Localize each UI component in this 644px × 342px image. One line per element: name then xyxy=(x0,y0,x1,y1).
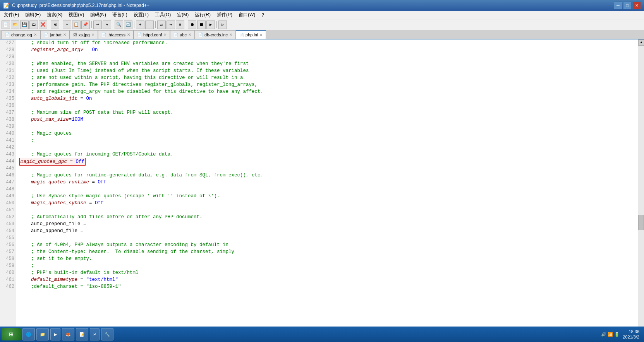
menu-encode[interactable]: 编码(N) xyxy=(88,11,108,19)
toolbar-cut[interactable]: ✂ xyxy=(63,21,71,29)
tab-phpini[interactable]: 📄 php.ini ✕ xyxy=(236,30,266,39)
code-line-452[interactable]: ; Automatically add files before or afte… xyxy=(19,214,635,221)
code-line-462[interactable]: ;default_charset = "iso-8859-1" xyxy=(19,283,635,290)
code-line-445[interactable] xyxy=(19,165,635,172)
toolbar-macro-rec[interactable]: ⏺ xyxy=(188,21,196,29)
taskbar-media[interactable]: ▶ xyxy=(50,328,60,340)
code-line-427[interactable]: ; should turn it off for increased perfo… xyxy=(19,39,635,46)
menu-lang[interactable]: 语言(L) xyxy=(110,11,130,19)
tab-close-phpini[interactable]: ✕ xyxy=(259,33,263,37)
toolbar-copy[interactable]: 📋 xyxy=(72,21,81,29)
toolbar-save-all[interactable]: 🗂 xyxy=(29,21,38,29)
tab-close-abc[interactable]: ✕ xyxy=(188,32,191,37)
toolbar-macro-stop[interactable]: ⏹ xyxy=(197,21,206,29)
tab-xsjpg[interactable]: 🖼 xs.jpg ✕ xyxy=(70,30,98,39)
taskbar-notepadpp[interactable]: 📝 xyxy=(76,328,88,340)
toolbar-run[interactable]: ▷ xyxy=(218,21,227,29)
tab-close-jarbat[interactable]: ✕ xyxy=(63,32,66,37)
code-line-453[interactable]: auto_prepend_file = xyxy=(19,221,635,227)
code-line-428[interactable]: register_argc_argv = On xyxy=(19,46,635,53)
close-button[interactable]: ✕ xyxy=(632,2,641,9)
scroll-track[interactable] xyxy=(638,46,644,327)
menu-tools[interactable]: 工具(O) xyxy=(153,11,173,19)
toolbar-find[interactable]: 🔍 xyxy=(115,21,123,29)
code-line-457[interactable]: ; the Content-type: header. To disable s… xyxy=(19,248,635,255)
minimize-button[interactable]: ─ xyxy=(614,2,622,9)
toolbar-macro-play[interactable]: ▶ xyxy=(206,21,215,29)
code-line-460[interactable]: ; PHP's built-in default is text/html xyxy=(19,269,635,276)
taskbar-extra[interactable]: 🔧 xyxy=(101,328,113,340)
tab-dbcreds[interactable]: 📄 db-creds.inc ✕ xyxy=(195,30,236,39)
toolbar-replace[interactable]: 🔄 xyxy=(124,21,132,29)
tab-close-dbcreds[interactable]: ✕ xyxy=(229,32,232,37)
tab-changelog[interactable]: 📄 change.log ✕ xyxy=(2,30,40,39)
start-button[interactable]: ⊞ xyxy=(2,328,21,340)
toolbar-zoom-in[interactable]: + xyxy=(136,21,144,29)
menu-edit[interactable]: 编辑(E) xyxy=(23,11,43,19)
code-line-446[interactable]: ; Magic quotes for runtime-generated dat… xyxy=(19,172,635,179)
toolbar-print[interactable]: 🖨 xyxy=(51,21,59,29)
toolbar-wrap[interactable]: ⇥ xyxy=(167,21,175,29)
menu-view[interactable]: 视图(V) xyxy=(66,11,86,19)
toolbar-close[interactable]: ❌ xyxy=(39,21,47,29)
code-line-440[interactable]: ; Magic quotes xyxy=(19,130,635,137)
menu-file[interactable]: 文件(F) xyxy=(2,11,21,19)
code-line-438[interactable]: post_max_size=100M xyxy=(19,116,635,123)
code-line-442[interactable] xyxy=(19,144,635,151)
code-line-449[interactable]: ; Use Sybase-style magic quotes (escape … xyxy=(19,193,635,200)
tab-jarbat[interactable]: 📄 jar.bat ✕ xyxy=(40,30,70,39)
scrollbar-vertical[interactable]: ▲ ▼ xyxy=(638,39,644,333)
code-line-448[interactable] xyxy=(19,186,635,193)
code-line-430[interactable]: ; When enabled, the SERVER and ENV varia… xyxy=(19,60,635,67)
toolbar-paste[interactable]: 📌 xyxy=(81,21,90,29)
code-line-429[interactable] xyxy=(19,53,635,60)
code-line-434[interactable]: ; and register_argc_argv must be disable… xyxy=(19,88,635,95)
code-line-447[interactable]: magic_quotes_runtime = Off xyxy=(19,179,635,186)
toolbar-redo[interactable]: ↪ xyxy=(103,21,111,29)
tab-abc[interactable]: 📄 abc ✕ xyxy=(170,30,195,39)
tab-httpdconf[interactable]: 📄 httpd.conf ✕ xyxy=(134,30,170,39)
code-line-439[interactable] xyxy=(19,123,635,130)
toolbar-indent[interactable]: ≡ xyxy=(176,21,184,29)
code-line-450[interactable]: magic_quotes_sybase = Off xyxy=(19,200,635,207)
menu-macro[interactable]: 宏(M) xyxy=(175,11,191,19)
code-line-451[interactable] xyxy=(19,207,635,214)
toolbar-open[interactable]: 📂 xyxy=(11,21,19,29)
toolbar-new[interactable]: 📄 xyxy=(2,21,10,29)
code-line-459[interactable]: ; xyxy=(19,262,635,269)
tab-close-httpdconf[interactable]: ✕ xyxy=(163,32,167,37)
code-line-454[interactable]: auto_append_file = xyxy=(19,227,635,234)
tab-htaccess[interactable]: 📄 .htaccess ✕ xyxy=(98,30,134,39)
code-line-436[interactable] xyxy=(19,102,635,109)
code-line-443[interactable]: ; Magic quotes for incoming GET/POST/Coo… xyxy=(19,151,635,158)
menu-settings[interactable]: 设置(T) xyxy=(131,11,151,19)
tab-close-htaccess[interactable]: ✕ xyxy=(127,32,130,37)
toolbar-sync[interactable]: ⇄ xyxy=(157,21,166,29)
scroll-thumb[interactable] xyxy=(638,215,644,230)
code-line-437[interactable]: ; Maximum size of POST data that PHP wil… xyxy=(19,109,635,116)
menu-plugins[interactable]: 插件(P) xyxy=(215,11,235,19)
code-line-435[interactable]: auto_globals_jit = On xyxy=(19,95,635,102)
taskbar-poedit[interactable]: P xyxy=(90,328,100,340)
code-line-455[interactable] xyxy=(19,234,635,241)
scroll-up-button[interactable]: ▲ xyxy=(638,39,644,46)
toolbar-undo[interactable]: ↩ xyxy=(93,21,102,29)
taskbar-ie[interactable]: 🌐 xyxy=(22,328,35,340)
toolbar-save[interactable]: 💾 xyxy=(20,21,29,29)
maximize-button[interactable]: □ xyxy=(623,2,632,9)
tab-close-xsjpg[interactable]: ✕ xyxy=(91,32,94,37)
menu-window[interactable]: 窗口(W) xyxy=(236,11,258,19)
menu-help[interactable]: ? xyxy=(259,12,266,19)
code-line-441[interactable]: ; xyxy=(19,137,635,144)
code-area[interactable]: ; should turn it off for increased perfo… xyxy=(16,39,638,333)
code-line-456[interactable]: ; As of 4.0b4, PHP always outputs a char… xyxy=(19,241,635,248)
code-line-458[interactable]: ; set it to be empty. xyxy=(19,255,635,262)
menu-search[interactable]: 搜索(S) xyxy=(45,11,65,19)
taskbar-explorer[interactable]: 📁 xyxy=(36,328,49,340)
code-line-444[interactable]: magic_quotes_gpc = Off xyxy=(19,158,635,165)
code-line-431[interactable]: ; used (Just In Time) instead of when th… xyxy=(19,67,635,74)
code-line-461[interactable]: default_mimetype = "text/html" xyxy=(19,276,635,283)
menu-run[interactable]: 运行(R) xyxy=(192,11,213,19)
toolbar-zoom-out[interactable]: - xyxy=(145,21,154,29)
code-line-433[interactable]: ; performance gain. The PHP directives r… xyxy=(19,81,635,88)
